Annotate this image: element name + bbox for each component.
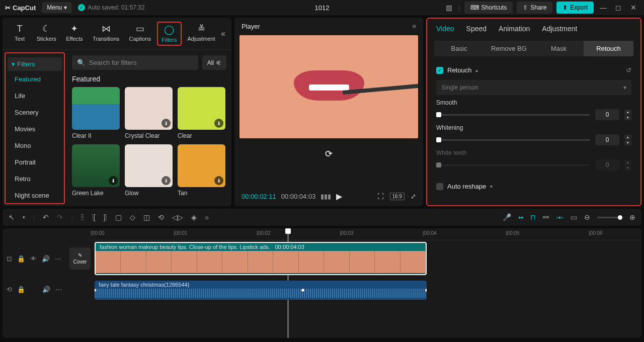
download-icon[interactable]: ⬇ [162,176,171,185]
aspect-ratio[interactable]: 16:9 [390,193,405,200]
lock-icon[interactable]: 🔒 [17,286,25,293]
menu-button[interactable]: Menu▾ [42,2,72,13]
tab-adjustment[interactable]: Adjustment [542,25,577,33]
close-button[interactable]: ✕ [628,4,639,12]
cover-button[interactable]: ✎Cover [69,247,91,270]
person-select[interactable]: Single person▾ [436,80,631,95]
smooth-slider[interactable] [436,114,590,116]
share-button[interactable]: ⇪Share [517,2,552,14]
play-button[interactable]: ▶ [336,192,342,201]
tool-adjustment[interactable]: ≚Adjustment [184,22,219,46]
mute-icon[interactable]: 🔊 [42,255,50,263]
tool-transitions[interactable]: ⋈Transitions [89,22,123,46]
sidebar-item-movies[interactable]: Movies [8,121,62,137]
chevron-down-icon[interactable]: ▾ [490,184,493,189]
subtab-basic[interactable]: Basic [434,41,484,56]
quality-icon[interactable]: ▮▮▮ [320,193,331,200]
magnet-icon[interactable]: ⊓ [530,213,536,221]
tab-speed[interactable]: Speed [466,25,487,33]
filter-card[interactable]: Clear II [72,87,120,139]
time-ruler[interactable]: |00:00|00:01|00:02|00:03|00:04|00:05|00:… [91,228,641,240]
download-icon[interactable]: ⬇ [109,176,118,185]
whitening-value[interactable]: 0 [595,134,619,145]
whitening-slider[interactable] [436,139,590,141]
download-icon[interactable]: ⬇ [162,119,171,128]
track-settings-icon[interactable]: ⊡ [7,255,12,263]
maximize-button[interactable]: ◻ [613,4,624,12]
tool-text[interactable]: TText [9,22,31,46]
mirror-icon[interactable]: ◁▷ [172,213,183,221]
sidebar-item-mono[interactable]: Mono [8,137,62,154]
filter-all-button[interactable]: All⚟ [202,55,226,70]
delete-icon[interactable]: ▢ [115,213,122,221]
fade-out-handle[interactable] [425,288,427,292]
reverse-icon[interactable]: ⟲ [158,213,164,221]
sync-icon[interactable]: ⟳ [234,148,423,159]
track-settings-icon[interactable]: ⟲ [7,286,12,293]
auto-reshape-checkbox[interactable] [436,183,443,190]
search-input[interactable]: 🔍Search for filters [72,55,198,70]
mute-icon[interactable]: 🔊 [42,286,50,293]
download-icon[interactable]: ⬇ [214,119,223,128]
subtab-remove-bg[interactable]: Remove BG [484,41,534,56]
export-button[interactable]: ⬆Export [556,2,594,14]
frame-icon[interactable]: ◫ [143,213,150,221]
tab-video[interactable]: Video [436,25,454,33]
trim-left-icon[interactable]: ⦙[ [92,213,96,222]
zoom-slider[interactable] [597,217,622,218]
smooth-stepper[interactable]: ▴▾ [624,110,631,120]
shortcuts-button[interactable]: ⌨Shortcuts [464,2,513,14]
sidebar-item-life[interactable]: Life [8,88,62,104]
undo-icon[interactable]: ↶ [43,213,49,221]
crop-icon[interactable]: ⟐ [205,213,209,221]
more-icon[interactable]: ⋯ [55,286,62,293]
sidebar-item-night-scene[interactable]: Night scene [8,187,62,204]
smooth-value[interactable]: 0 [595,109,619,120]
sidebar-item-portrait[interactable]: Portrait [8,154,62,170]
tool-captions[interactable]: ▭Captions [125,22,155,46]
download-icon[interactable]: ⬇ [214,176,223,185]
preview-icon[interactable]: ▭ [571,213,577,221]
tool-stickers[interactable]: ☾Stickers [33,22,60,46]
player-menu-icon[interactable]: ≡ [412,23,416,30]
fade-mid-handle[interactable] [301,288,305,292]
whitening-stepper[interactable]: ▴▾ [624,135,631,145]
split-icon[interactable]: ⦙⦙ [81,213,84,222]
filter-card[interactable]: ⬇Glow [125,144,173,197]
audio-clip[interactable]: fairy tale fantasy christmas(1286544) [95,281,427,300]
minimize-button[interactable]: — [598,4,609,12]
subtab-retouch[interactable]: Retouch [584,41,633,56]
select-tool-icon[interactable]: ↖ [9,213,15,221]
redo-icon[interactable]: ↷ [57,213,63,221]
link-icon[interactable]: ⚯ [543,213,549,221]
rotate-icon[interactable]: ◈ [191,213,197,221]
eye-icon[interactable]: 👁 [30,255,37,263]
fullscreen-icon[interactable]: ⤢ [411,193,416,200]
tool-effects[interactable]: ✦Effects [62,22,87,46]
chevron-down-icon[interactable]: ▾ [23,215,25,220]
sidebar-item-scenery[interactable]: Scenery [8,104,62,121]
subtab-mask[interactable]: Mask [534,41,584,56]
filter-card[interactable]: ⬇Green Lake [72,144,120,197]
zoom-out-icon[interactable]: ⊖ [584,213,590,221]
filter-card[interactable]: ⬇Crystal Clear [125,87,173,139]
lock-icon[interactable]: 🔒 [17,255,25,263]
tab-animation[interactable]: Animation [499,25,530,33]
mic-icon[interactable]: 🎤 [503,213,511,221]
chevron-up-icon[interactable]: ▴ [475,67,478,73]
mark-icon[interactable]: ◇ [130,213,135,221]
trim-right-icon[interactable]: ]⦙ [104,213,107,222]
crop-icon[interactable]: ⛶ [377,193,384,200]
align-icon[interactable]: ◦▪◦ [556,213,564,221]
sidebar-item-retro[interactable]: Retro [8,170,62,187]
filter-card[interactable]: ⬇Tan [178,144,225,197]
video-preview[interactable] [239,35,418,138]
sidebar-item-featured[interactable]: Featured [8,71,62,88]
retouch-checkbox[interactable]: ✓ [436,67,443,74]
video-clip[interactable]: fashion woman makeup beauty lips. Close-… [95,242,427,275]
more-icon[interactable]: ⋯ [55,255,61,263]
reset-icon[interactable]: ↺ [626,66,631,74]
tool-filters[interactable]: ◯Filters [157,22,182,46]
snap-icon[interactable]: ▪▪ [518,213,523,221]
filter-card[interactable]: ⬇Clear [178,87,225,139]
